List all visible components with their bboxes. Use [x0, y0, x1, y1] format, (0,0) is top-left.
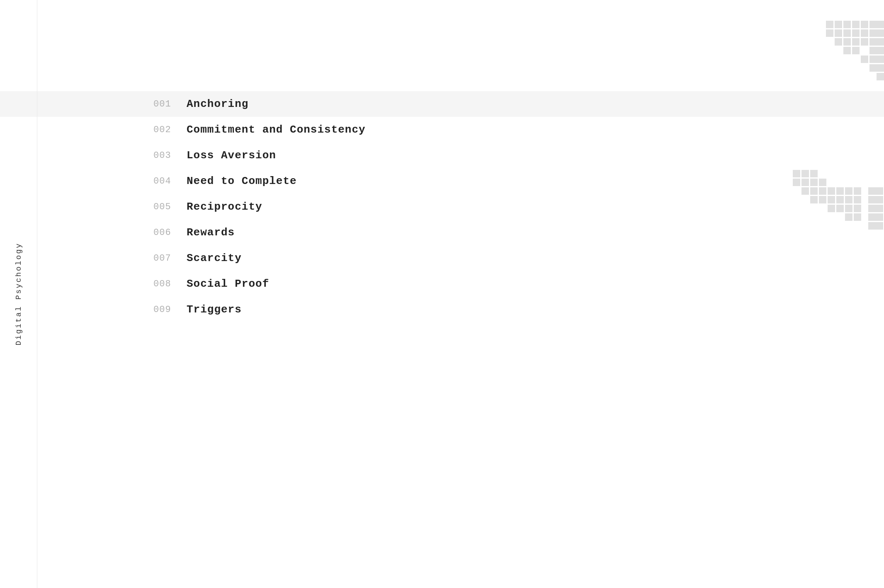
svg-rect-17 [861, 38, 868, 46]
svg-rect-45 [876, 187, 883, 195]
list-item[interactable]: 004Need to Complete [37, 168, 884, 194]
svg-rect-58 [868, 205, 876, 212]
svg-rect-6 [877, 21, 884, 28]
list-item[interactable]: 002Commitment and Consistency [37, 117, 884, 143]
item-label: Triggers [187, 303, 242, 316]
svg-rect-37 [801, 187, 809, 195]
svg-rect-25 [869, 56, 877, 63]
list-item[interactable]: 006Rewards [37, 220, 884, 245]
svg-rect-39 [819, 187, 826, 195]
list-item[interactable]: 007Scarcity [37, 245, 884, 271]
svg-rect-60 [845, 213, 852, 221]
svg-rect-23 [877, 47, 884, 54]
svg-rect-27 [869, 64, 877, 72]
svg-rect-44 [868, 187, 876, 195]
item-number: 003 [153, 150, 187, 161]
sidebar-title: Digital Psychology [15, 242, 23, 345]
svg-rect-61 [854, 213, 861, 221]
svg-rect-41 [836, 187, 844, 195]
svg-rect-54 [828, 205, 835, 212]
svg-rect-9 [843, 29, 851, 37]
item-label: Loss Aversion [187, 149, 276, 162]
svg-rect-5 [869, 21, 877, 28]
item-label: Need to Complete [187, 175, 297, 187]
svg-rect-1 [835, 21, 842, 28]
sidebar: Digital Psychology [0, 0, 37, 588]
svg-rect-36 [819, 179, 826, 186]
svg-rect-64 [868, 222, 876, 230]
svg-rect-14 [835, 38, 842, 46]
svg-rect-0 [826, 21, 833, 28]
svg-rect-33 [793, 179, 800, 186]
item-label: Rewards [187, 226, 235, 239]
list-item[interactable]: 005Reciprocity [37, 194, 884, 220]
svg-rect-56 [845, 205, 852, 212]
items-list: 001Anchoring002Commitment and Consistenc… [37, 91, 884, 322]
item-number: 008 [153, 279, 187, 289]
svg-rect-47 [819, 196, 826, 203]
svg-rect-53 [876, 196, 883, 203]
item-number: 001 [153, 99, 187, 109]
svg-rect-46 [810, 196, 818, 203]
svg-rect-48 [828, 196, 835, 203]
item-label: Scarcity [187, 252, 242, 264]
list-item[interactable]: 001Anchoring [0, 91, 884, 117]
pixel-decoration-top [801, 21, 884, 106]
svg-rect-10 [852, 29, 860, 37]
item-label: Commitment and Consistency [187, 123, 366, 136]
svg-rect-28 [877, 64, 884, 72]
svg-rect-38 [810, 187, 818, 195]
svg-rect-13 [877, 29, 884, 37]
svg-rect-21 [852, 47, 860, 54]
item-number: 004 [153, 176, 187, 186]
item-label: Social Proof [187, 278, 269, 290]
svg-rect-2 [843, 21, 851, 28]
svg-rect-26 [877, 56, 884, 63]
svg-rect-42 [845, 187, 852, 195]
svg-rect-29 [877, 73, 884, 80]
item-number: 007 [153, 253, 187, 264]
svg-rect-22 [869, 47, 877, 54]
pixel-decoration-mid [776, 153, 884, 238]
svg-rect-49 [836, 196, 844, 203]
list-item[interactable]: 003Loss Aversion [37, 143, 884, 168]
svg-rect-40 [828, 187, 835, 195]
svg-rect-3 [852, 21, 860, 28]
main-content: 001Anchoring002Commitment and Consistenc… [37, 0, 884, 322]
svg-rect-55 [836, 205, 844, 212]
svg-rect-35 [810, 179, 818, 186]
item-number: 009 [153, 305, 187, 315]
item-label: Anchoring [187, 98, 248, 110]
svg-rect-8 [835, 29, 842, 37]
svg-rect-62 [868, 213, 876, 221]
item-number: 006 [153, 227, 187, 238]
item-number: 002 [153, 125, 187, 135]
item-label: Reciprocity [187, 201, 262, 213]
svg-rect-31 [801, 170, 809, 177]
list-item[interactable]: 009Triggers [37, 297, 884, 322]
svg-rect-51 [854, 196, 861, 203]
svg-rect-52 [868, 196, 876, 203]
list-item[interactable]: 008Social Proof [37, 271, 884, 297]
svg-rect-4 [861, 21, 868, 28]
svg-rect-32 [810, 170, 818, 177]
svg-rect-50 [845, 196, 852, 203]
svg-rect-16 [852, 38, 860, 46]
svg-rect-30 [793, 170, 800, 177]
svg-rect-43 [854, 187, 861, 195]
svg-rect-11 [861, 29, 868, 37]
svg-rect-19 [877, 38, 884, 46]
svg-rect-34 [801, 179, 809, 186]
svg-rect-57 [854, 205, 861, 212]
svg-rect-63 [876, 213, 883, 221]
svg-rect-24 [861, 56, 868, 63]
svg-rect-15 [843, 38, 851, 46]
svg-rect-20 [843, 47, 851, 54]
item-number: 005 [153, 202, 187, 212]
svg-rect-65 [876, 222, 883, 230]
svg-rect-18 [869, 38, 877, 46]
svg-rect-59 [876, 205, 883, 212]
svg-rect-7 [826, 29, 833, 37]
svg-rect-12 [869, 29, 877, 37]
